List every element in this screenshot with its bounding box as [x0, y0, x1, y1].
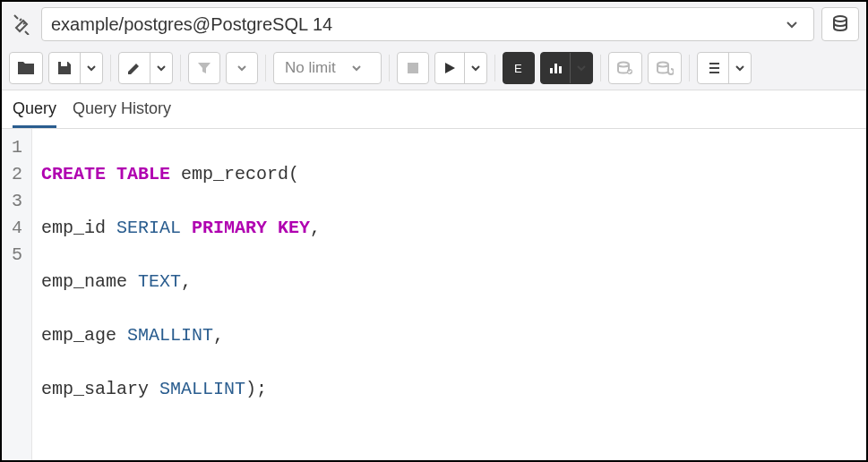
rollback-button[interactable] — [648, 52, 682, 84]
save-button[interactable] — [48, 52, 103, 84]
macro-button[interactable] — [697, 52, 752, 84]
line-gutter: 1 2 3 4 5 — [2, 129, 32, 462]
chevron-down-icon[interactable] — [570, 53, 592, 83]
connection-plug-icon — [9, 12, 34, 37]
filter-button[interactable] — [188, 52, 220, 84]
svg-rect-5 — [559, 66, 562, 73]
explain-button[interactable]: E — [503, 52, 535, 84]
stop-button[interactable] — [397, 52, 429, 84]
barchart-icon — [541, 53, 570, 83]
chevron-down-icon — [779, 17, 804, 31]
svg-point-6 — [618, 63, 629, 67]
connection-selector[interactable]: example/postgres@PostgreSQL 14 — [41, 7, 814, 41]
chevron-down-icon[interactable] — [728, 53, 751, 83]
chevron-down-icon[interactable] — [464, 53, 486, 83]
play-icon — [435, 53, 464, 83]
svg-rect-1 — [408, 63, 418, 73]
tab-query-history[interactable]: Query History — [73, 99, 171, 128]
code-area[interactable]: CREATE TABLE emp_record( emp_id SERIAL P… — [32, 129, 330, 462]
analyze-button[interactable] — [540, 52, 593, 84]
commit-button[interactable] — [608, 52, 642, 84]
filter-dropdown[interactable] — [226, 52, 258, 84]
tab-query[interactable]: Query — [13, 99, 56, 128]
list-icon — [698, 53, 728, 83]
database-icon-button[interactable] — [821, 7, 859, 41]
row-limit-selector[interactable]: No limit — [273, 52, 382, 84]
chevron-down-icon[interactable] — [150, 53, 172, 83]
svg-rect-4 — [554, 64, 557, 73]
edit-button[interactable] — [118, 52, 173, 84]
sql-editor[interactable]: 1 2 3 4 5 CREATE TABLE emp_record( emp_i… — [2, 129, 866, 462]
svg-text:E: E — [514, 62, 522, 75]
open-file-button[interactable] — [9, 52, 43, 84]
run-button[interactable] — [434, 52, 487, 84]
svg-rect-3 — [550, 68, 553, 73]
svg-point-8 — [657, 63, 668, 67]
limit-label: No limit — [285, 59, 336, 77]
save-icon — [49, 53, 80, 83]
connection-label: example/postgres@PostgreSQL 14 — [51, 14, 779, 35]
pencil-icon — [119, 53, 150, 83]
svg-point-0 — [834, 16, 847, 21]
chevron-down-icon[interactable] — [80, 53, 102, 83]
